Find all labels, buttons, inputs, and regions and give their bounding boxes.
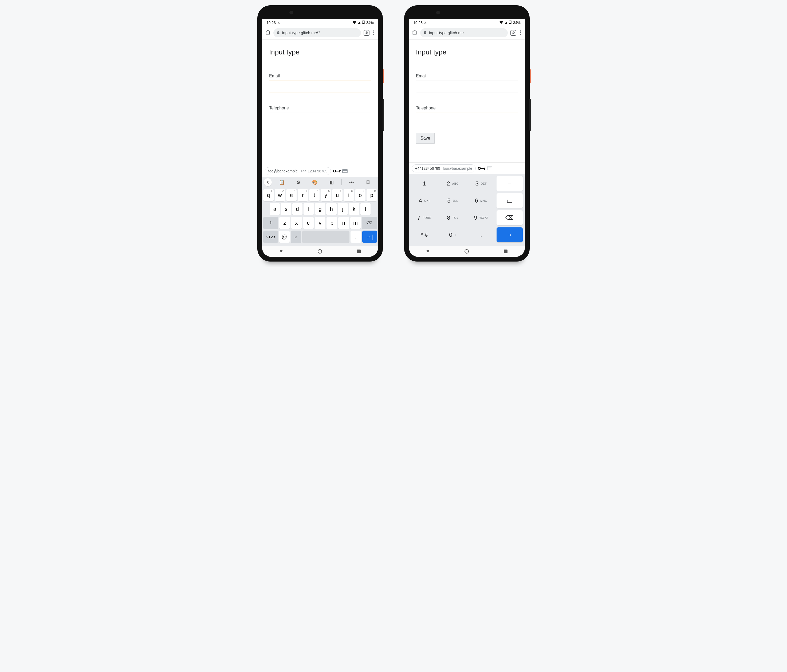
home-icon[interactable] bbox=[412, 29, 417, 36]
key-k[interactable]: k bbox=[349, 203, 359, 215]
key-d[interactable]: d bbox=[292, 203, 302, 215]
palette-icon[interactable]: 🎨 bbox=[307, 180, 323, 185]
volume-button[interactable] bbox=[382, 99, 384, 131]
sticker-icon[interactable]: ◧ bbox=[323, 180, 340, 185]
key-8[interactable]: 8TUV bbox=[440, 210, 466, 225]
nav-home-icon[interactable] bbox=[465, 249, 469, 254]
volume-button[interactable] bbox=[529, 99, 531, 131]
key-⇧[interactable]: ⇧ bbox=[263, 217, 278, 229]
key-v[interactable]: v bbox=[315, 217, 326, 229]
key-* #[interactable]: * # bbox=[411, 227, 438, 242]
key-1[interactable]: 1 bbox=[411, 176, 438, 191]
collapse-icon[interactable] bbox=[264, 178, 272, 186]
key-@[interactable]: @ bbox=[279, 230, 289, 243]
power-button[interactable] bbox=[529, 69, 531, 83]
menu-icon[interactable] bbox=[519, 30, 522, 35]
key-2[interactable]: 2ABC bbox=[440, 176, 466, 191]
key-y[interactable]: y6 bbox=[321, 189, 331, 201]
key-–[interactable]: – bbox=[496, 176, 523, 191]
key-s[interactable]: s bbox=[281, 203, 291, 215]
clipboard-icon[interactable]: 📋 bbox=[273, 180, 290, 185]
browser-toolbar: input-type.glitch.me/? :D bbox=[262, 26, 378, 39]
web-page: Input type Email Telephone bbox=[262, 39, 378, 165]
hourglass-icon: ⧖ bbox=[424, 21, 427, 25]
more-icon[interactable]: ••• bbox=[343, 180, 360, 185]
home-icon[interactable] bbox=[265, 29, 271, 36]
key-l[interactable]: l bbox=[360, 203, 371, 215]
key-.[interactable]: . bbox=[468, 227, 495, 242]
key-5[interactable]: 5JKL bbox=[440, 193, 466, 208]
web-page: Input type Email Telephone Save bbox=[409, 39, 525, 162]
email-input[interactable] bbox=[416, 80, 518, 93]
tab-switcher[interactable]: :D bbox=[363, 30, 370, 36]
key-⌫[interactable]: ⌫ bbox=[496, 210, 523, 225]
key-9[interactable]: 9WXYZ bbox=[468, 210, 495, 225]
key-space[interactable] bbox=[302, 230, 349, 243]
url-text: input-type.glitch.me bbox=[429, 30, 464, 35]
save-button[interactable]: Save bbox=[416, 133, 435, 144]
phone-left: 19:23 ⧖ 34% input-type.glitch.me/? bbox=[258, 5, 383, 262]
key-→[interactable]: → bbox=[496, 227, 523, 242]
svg-rect-2 bbox=[362, 23, 364, 24]
autofill-suggestion[interactable]: foo@bar.example +44 1234 56789 bbox=[265, 167, 331, 175]
browser-toolbar: input-type.glitch.me :D bbox=[409, 26, 525, 39]
key-u[interactable]: u7 bbox=[332, 189, 343, 201]
battery-percent: 34% bbox=[366, 21, 374, 25]
omnibox[interactable]: input-type.glitch.me/? bbox=[273, 28, 361, 37]
key-j[interactable]: j bbox=[338, 203, 348, 215]
key-c[interactable]: c bbox=[303, 217, 314, 229]
key-.[interactable]: . bbox=[351, 230, 361, 243]
key-?123[interactable]: ?123 bbox=[263, 230, 278, 243]
tab-switcher[interactable]: :D bbox=[510, 30, 516, 36]
nav-home-icon[interactable] bbox=[318, 249, 322, 254]
key-enter[interactable]: →| bbox=[362, 230, 377, 243]
gear-icon[interactable]: ⚙ bbox=[290, 180, 307, 185]
key-n[interactable]: n bbox=[338, 217, 349, 229]
key-z[interactable]: z bbox=[279, 217, 290, 229]
key-o[interactable]: o9 bbox=[355, 189, 365, 201]
key-4[interactable]: 4GHI bbox=[411, 193, 438, 208]
key-a[interactable]: a bbox=[270, 203, 280, 215]
keyboard-toolbar: 📋 ⚙ 🎨 ◧ ••• 🎤⃠ bbox=[262, 177, 378, 188]
key-h[interactable]: h bbox=[326, 203, 337, 215]
key-g[interactable]: g bbox=[315, 203, 325, 215]
key-⌫[interactable]: ⌫ bbox=[362, 217, 377, 229]
key-i[interactable]: i8 bbox=[344, 189, 354, 201]
key-☺[interactable]: ☺ bbox=[291, 230, 301, 243]
omnibox[interactable]: input-type.glitch.me bbox=[420, 28, 508, 37]
telephone-input[interactable] bbox=[416, 113, 518, 125]
telephone-input[interactable] bbox=[269, 113, 371, 125]
key-w[interactable]: w2 bbox=[275, 189, 285, 201]
password-key-icon[interactable]: O⁠—⁠r bbox=[478, 166, 485, 170]
email-input[interactable] bbox=[269, 80, 371, 93]
android-nav-bar bbox=[262, 246, 378, 257]
menu-icon[interactable] bbox=[372, 30, 375, 35]
key-b[interactable]: b bbox=[327, 217, 337, 229]
key-7[interactable]: 7PQRS bbox=[411, 210, 438, 225]
key-e[interactable]: e3 bbox=[286, 189, 297, 201]
key-p[interactable]: p0 bbox=[367, 189, 377, 201]
key-⌴[interactable]: ⌴ bbox=[496, 193, 523, 208]
power-button[interactable] bbox=[383, 69, 384, 83]
battery-percent: 34% bbox=[513, 21, 521, 25]
nav-back-icon[interactable] bbox=[426, 250, 430, 253]
nav-recent-icon[interactable] bbox=[357, 249, 361, 253]
key-f[interactable]: f bbox=[303, 203, 314, 215]
nav-recent-icon[interactable] bbox=[504, 249, 507, 253]
key-6[interactable]: 6MNO bbox=[468, 193, 495, 208]
autofill-suggestion[interactable]: +44123456789 foo@bar.example bbox=[412, 164, 476, 172]
page-title: Input type bbox=[416, 48, 518, 58]
key-3[interactable]: 3DEF bbox=[468, 176, 495, 191]
email-field: Email bbox=[269, 74, 371, 93]
key-x[interactable]: x bbox=[291, 217, 302, 229]
payment-card-icon[interactable] bbox=[487, 167, 492, 170]
password-key-icon[interactable]: O⁠—⁠r bbox=[333, 169, 340, 173]
key-q[interactable]: q1 bbox=[263, 189, 273, 201]
payment-card-icon[interactable] bbox=[342, 169, 348, 173]
key-m[interactable]: m bbox=[350, 217, 361, 229]
key-0[interactable]: 0+ bbox=[440, 227, 466, 242]
nav-back-icon[interactable] bbox=[280, 250, 283, 253]
mic-off-icon[interactable]: 🎤⃠ bbox=[360, 180, 376, 185]
key-r[interactable]: r4 bbox=[298, 189, 308, 201]
key-t[interactable]: t5 bbox=[309, 189, 319, 201]
